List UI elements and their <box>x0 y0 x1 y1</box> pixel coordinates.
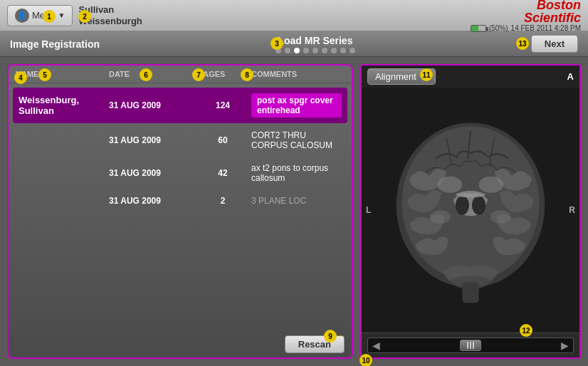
progress-dots <box>275 48 355 53</box>
table-row[interactable]: 31 AUG 2009 42 ax t2 pons to corpus call… <box>13 157 347 189</box>
row-1-name: Weissenburg, Sullivan <box>19 95 109 116</box>
svg-point-7 <box>479 177 504 193</box>
slider-handle-grip <box>467 342 474 349</box>
toolbar: Image Registration Load MR Series Next <box>0 31 588 57</box>
brain-viewer: L R <box>362 88 579 333</box>
table-row[interactable]: 31 AUG 2009 2 3 PLANE LOC <box>13 190 347 211</box>
row-4-date: 31 AUG 2009 <box>109 196 194 206</box>
badge-2: 2 <box>78 10 91 23</box>
rescan-area: Rescan <box>9 331 352 357</box>
battery-pct: (50%) <box>489 24 508 32</box>
badge-1: 1 <box>43 10 56 23</box>
brand-logo: Boston Scientific (50%) 14 FEB 2011 4:28… <box>471 0 581 32</box>
grip-line-2 <box>470 342 471 349</box>
brand-name: Boston Scientific <box>471 0 581 24</box>
svg-point-6 <box>438 177 463 193</box>
menu-button[interactable]: 👤 Menu ▼ <box>7 5 73 26</box>
table-row[interactable]: Weissenburg, Sullivan 31 AUG 2009 124 po… <box>13 88 347 123</box>
grip-line-1 <box>467 342 468 349</box>
section-title: Load MR Series <box>278 35 352 46</box>
row-3-images: 42 <box>194 168 251 178</box>
row-3-comments: ax t2 pons to corpus callosum <box>251 163 342 183</box>
row-1-images: 124 <box>194 100 251 110</box>
row-2-date: 31 AUG 2009 <box>109 135 194 145</box>
dot-7 <box>331 48 337 53</box>
right-panel: Alignment ▼ A L R <box>360 64 581 359</box>
badge-13: 13 <box>516 37 529 50</box>
battery-icon <box>471 25 486 32</box>
svg-point-9 <box>490 210 511 224</box>
badge-8: 8 <box>241 68 253 81</box>
alignment-label: Alignment <box>375 71 416 82</box>
badge-6: 6 <box>140 68 152 81</box>
header-left: 👤 Menu ▼ Sullivan Weissenburgh <box>7 4 142 26</box>
row-1-date: 31 AUG 2009 <box>109 100 194 110</box>
badge-11: 11 <box>420 68 433 81</box>
next-button[interactable]: Next <box>531 35 578 53</box>
dot-2 <box>285 48 290 53</box>
slider-track[interactable]: ◀ ▶ <box>367 338 574 353</box>
menu-chevron-icon: ▼ <box>58 11 65 19</box>
col-name: NAME <box>16 70 109 78</box>
label-right: R <box>569 205 575 215</box>
table-row[interactable]: 31 AUG 2009 60 CORT2 THRU CORPUS CALOSUM <box>13 125 347 156</box>
badge-12: 12 <box>520 324 532 337</box>
date-time: 14 FEB 2011 4:28 PM <box>511 24 581 32</box>
svg-point-4 <box>472 196 485 215</box>
label-left: L <box>366 205 371 215</box>
row-4-comments: 3 PLANE LOC <box>251 196 342 206</box>
badge-5: 5 <box>38 68 51 81</box>
table-body: Weissenburg, Sullivan 31 AUG 2009 124 po… <box>9 83 352 331</box>
left-panel: NAME DATE IMAGES COMMENTS Weissenburg, S… <box>7 64 353 359</box>
dot-8 <box>340 48 346 53</box>
badge-10: 10 <box>359 354 372 366</box>
slider-area: ◀ ▶ <box>362 333 579 357</box>
slider-handle[interactable] <box>460 340 481 351</box>
svg-point-3 <box>456 196 469 215</box>
col-comments: COMMENTS <box>251 70 345 78</box>
viewer-header: Alignment ▼ A <box>362 66 579 88</box>
brain-image <box>378 110 563 310</box>
svg-rect-5 <box>462 282 478 303</box>
header-right: Boston Scientific (50%) 14 FEB 2011 4:28… <box>471 0 581 32</box>
badge-4: 4 <box>14 71 27 84</box>
svg-point-8 <box>430 210 451 224</box>
dot-9 <box>350 48 355 53</box>
dot-6 <box>322 48 327 53</box>
row-2-images: 60 <box>194 135 251 145</box>
row-1-comments: post ax spgr cover entirehead <box>251 93 342 117</box>
slider-left-arrow[interactable]: ◀ <box>372 340 380 351</box>
row-4-images: 2 <box>194 196 251 206</box>
row-3-date: 31 AUG 2009 <box>109 168 194 178</box>
badge-7: 7 <box>192 68 205 81</box>
grip-line-3 <box>473 342 474 349</box>
toolbar-center: Load MR Series <box>275 35 355 53</box>
table-header: NAME DATE IMAGES COMMENTS <box>9 66 352 83</box>
dot-5 <box>313 48 318 53</box>
slider-right-arrow[interactable]: ▶ <box>561 340 569 351</box>
user-icon: 👤 <box>15 9 29 23</box>
main-content: NAME DATE IMAGES COMMENTS Weissenburg, S… <box>0 57 588 366</box>
badge-3: 3 <box>271 37 283 50</box>
viewer-label-a: A <box>567 71 574 82</box>
page-title: Image Registration <box>10 38 100 50</box>
dot-4 <box>303 48 309 53</box>
badge-9: 9 <box>324 330 337 343</box>
battery-info: (50%) 14 FEB 2011 4:28 PM <box>471 24 581 32</box>
dot-3-active <box>294 48 300 53</box>
row-2-comments: CORT2 THRU CORPUS CALOSUM <box>251 130 342 150</box>
